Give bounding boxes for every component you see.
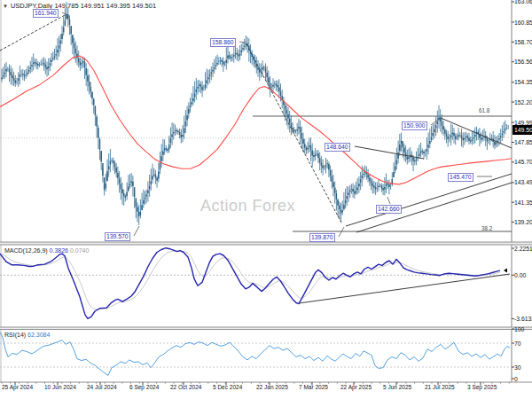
candle-series	[2, 2, 508, 225]
price-axis-label: 158.705	[514, 39, 532, 45]
macd-current-marker	[504, 269, 507, 273]
fib-label-61.8[interactable]: 61.8	[479, 107, 489, 113]
date-label: 21 Jul 2025	[425, 384, 455, 390]
current-price-tag: 149.501	[512, 125, 532, 135]
swing-label-139.570[interactable]: 139.570	[105, 232, 130, 241]
macd-axis-label: 0.00	[514, 272, 526, 278]
rsi-axis-label: 30	[514, 364, 521, 371]
swing-label-161.940[interactable]: 161.940	[33, 9, 59, 18]
macd-name: MACD(12,26,9)	[4, 247, 48, 254]
date-label: 7 Mar 2025	[299, 384, 328, 390]
callout-connector	[431, 118, 440, 125]
date-label: 3 Sep 2025	[467, 384, 497, 390]
price-axis-label: 163.060	[514, 0, 532, 4]
macd-signal-line	[0, 251, 500, 309]
rsi-line	[0, 332, 510, 376]
dashed-trendline[interactable]	[0, 14, 66, 51]
chart-title-bar: ▼USDJPY,Daily 149.785 149.951 149.395 14…	[3, 2, 156, 10]
macd-axis-label: -3.6133	[514, 316, 532, 322]
swing-label-145.470[interactable]: 145.470	[448, 173, 473, 182]
fib-label-38.2[interactable]: 38.2	[481, 225, 492, 231]
date-label: 22 Jan 2025	[256, 384, 288, 390]
swing-label-158.860[interactable]: 158.860	[210, 38, 236, 47]
chart-window: Action Forex ▼USDJPY,Daily 149.785 149.9…	[0, 0, 532, 399]
price-axis-label: 143.495	[514, 179, 532, 185]
price-axis-label: 154.350	[514, 79, 532, 85]
ohlc-values: 149.785 149.951 149.395 149.501	[54, 2, 156, 10]
date-label: 10 Jun 2024	[44, 384, 76, 390]
date-label: 22 Apr 2025	[340, 384, 372, 390]
rsi-axis-label: 0	[514, 376, 518, 382]
date-label: 24 Jul 2024	[87, 384, 117, 390]
macd-signal-value: 0.0740	[70, 247, 89, 254]
rsi-axis-label: 70	[514, 340, 521, 347]
date-label: 25 Apr 2024	[2, 384, 33, 390]
swing-label-139.870[interactable]: 139.870	[309, 233, 335, 242]
date-label: 5 Jun 2025	[383, 384, 411, 390]
price-axis-label: 145.705	[514, 159, 532, 165]
price-axis-label: 156.560	[514, 59, 532, 65]
date-label: 5 Dec 2024	[213, 384, 242, 390]
price-axis-label: 139.205	[514, 219, 532, 225]
callout-connector	[134, 226, 139, 236]
price-axis[interactable]: 163.060160.850158.705156.560154.350152.2…	[512, 0, 532, 382]
rsi-name: RSI(14)	[4, 332, 26, 338]
swing-label-148.640[interactable]: 148.640	[325, 143, 350, 152]
macd-line	[0, 248, 500, 319]
price-axis-label: 152.205	[514, 99, 532, 106]
price-axis-label: 147.850	[514, 139, 532, 145]
swing-label-142.660[interactable]: 142.660	[376, 205, 402, 214]
rsi-axis-label: 100	[514, 326, 524, 332]
date-label: 6 Sep 2024	[129, 384, 159, 390]
chart-menu-toggle-icon[interactable]: ▼	[3, 4, 8, 9]
callout-connector	[387, 197, 390, 204]
price-axis-label: 160.850	[514, 20, 532, 26]
macd-main-value: 0.3826	[50, 247, 68, 254]
rsi-indicator-label: RSI(14) 62.3084	[4, 332, 50, 338]
chart-canvas	[0, 0, 532, 399]
rsi-value: 62.3084	[27, 332, 50, 338]
date-label: 22 Oct 2024	[170, 384, 201, 390]
ma-line	[0, 56, 512, 184]
price-axis-label: 141.350	[514, 200, 532, 206]
macd-axis-label: 2.2251	[514, 246, 532, 252]
swing-label-150.900[interactable]: 150.900	[402, 121, 427, 130]
trendline[interactable]	[355, 146, 424, 159]
macd-indicator-label: MACD(12,26,9) 0.3826 0.0740	[4, 247, 89, 254]
time-axis[interactable]: 25 Apr 202410 Jun 202424 Jul 20246 Sep 2…	[0, 384, 532, 399]
